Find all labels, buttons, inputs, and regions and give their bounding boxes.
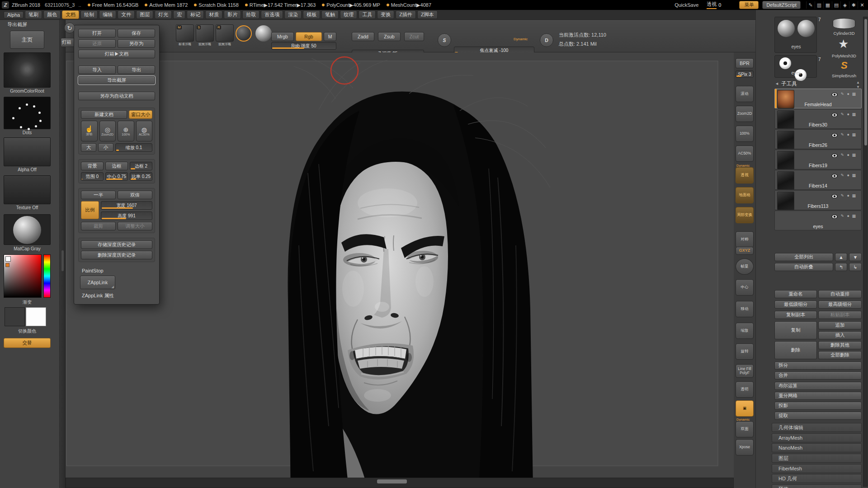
active-mode-icon[interactable]: ▣: [736, 400, 754, 417]
move-down-button[interactable]: ▼: [849, 253, 862, 261]
rename-button[interactable]: 重命名: [774, 290, 817, 298]
material-thumbnail[interactable]: [4, 214, 51, 245]
save-as-startup-button[interactable]: 另存为自动文档: [78, 92, 155, 100]
viewport[interactable]: [66, 52, 734, 488]
xpose-icon[interactable]: Xpose: [736, 439, 754, 455]
section-geometry[interactable]: 几何体编辑: [772, 423, 862, 432]
center-slider[interactable]: 中心 0.75: [105, 172, 128, 181]
menubar-item-zplugin[interactable]: Z插件: [396, 10, 416, 19]
menubar-item-marker[interactable]: 标记: [187, 10, 204, 19]
stroke-thumbnail[interactable]: [4, 97, 51, 129]
subtool-row-fibers19[interactable]: ✎ ● ▦ Fibers19: [774, 150, 862, 169]
lightbox-document-button[interactable]: 灯箱▶文档: [78, 50, 155, 58]
canvas-hscrollbar[interactable]: [66, 478, 734, 488]
delete-button[interactable]: 删除: [774, 341, 817, 359]
menubar-item-transform[interactable]: 变换: [377, 10, 394, 19]
sphere-icon[interactable]: ●: [847, 112, 849, 117]
eye-icon[interactable]: [831, 194, 838, 198]
crop-button[interactable]: 裁剪: [81, 222, 116, 230]
menubar-item-tool[interactable]: 工具: [359, 10, 376, 19]
delete-depth-button[interactable]: 删除深度历史记录: [81, 251, 152, 259]
fold-down-button[interactable]: ↳: [849, 263, 862, 271]
sphere-icon[interactable]: ●: [847, 193, 849, 198]
border-button[interactable]: 边框: [105, 162, 128, 170]
export-button[interactable]: 导出: [118, 66, 155, 74]
menubar-item-draw[interactable]: 绘制: [80, 10, 98, 19]
zoom2d-icon[interactable]: Zoom2D: [736, 106, 754, 122]
copy-subtool-button[interactable]: 复制副本: [774, 311, 817, 319]
collapse-chevron-icon[interactable]: ◄: [775, 81, 779, 86]
sliders-icon[interactable]: ▥: [815, 1, 823, 9]
subtool-row-eyes[interactable]: ✎ ● ▦ eyes: [774, 211, 862, 230]
local-transform-icon[interactable]: 局部变换: [736, 207, 754, 223]
current-color-swatch[interactable]: [5, 256, 11, 262]
home-button[interactable]: 主页: [10, 31, 44, 49]
subtool-scroll-up-icon[interactable]: ▲: [856, 80, 860, 84]
current-material-icon[interactable]: [236, 25, 252, 42]
quicksave-button[interactable]: QuickSave: [675, 2, 698, 8]
simplebrush-icon[interactable]: S: [841, 60, 848, 71]
frame-icon[interactable]: ▦: [852, 173, 856, 178]
insert-button[interactable]: 插入: [818, 331, 862, 339]
save-as-button[interactable]: 另存为: [118, 39, 155, 48]
menubar-item-stroke[interactable]: 笔触: [321, 10, 339, 19]
persp-slider[interactable]: 透视: [707, 1, 717, 9]
alternate-button[interactable]: 交替: [4, 338, 51, 348]
zsub-button[interactable]: Zsub: [378, 32, 401, 41]
new-document-button[interactable]: 新建文档: [81, 110, 127, 119]
tool-quickpick-box-2[interactable]: eyes: [774, 55, 817, 78]
open-button[interactable]: 打开: [78, 29, 116, 38]
window-size-button[interactable]: 窗口大小: [129, 110, 152, 119]
split-button[interactable]: 拆分: [774, 361, 862, 370]
frame-icon[interactable]: ▦: [852, 193, 856, 198]
menubar-item-render[interactable]: 渲染: [284, 10, 302, 19]
menubar-item-material[interactable]: 材质: [205, 10, 222, 19]
project-button[interactable]: 投影: [774, 402, 862, 410]
subtool-row-fibers14[interactable]: ✎ ● ▦ Fibers14: [774, 170, 862, 190]
sphere-icon[interactable]: ●: [847, 173, 849, 178]
rotate-icon[interactable]: 旋转: [736, 343, 754, 360]
scroll-nav-icon[interactable]: ☝滚动: [81, 121, 98, 141]
menubar-item-stencil[interactable]: 模板: [303, 10, 320, 19]
rate-slider[interactable]: 比率 0.25: [130, 172, 152, 181]
height-slider[interactable]: 高度 991: [101, 211, 152, 220]
list-all-button[interactable]: 全部列出: [774, 253, 833, 261]
menubar-item-edit[interactable]: 编辑: [99, 10, 116, 19]
menubar-item-alpha[interactable]: Alpha: [4, 11, 24, 19]
menubar-item-file[interactable]: 文件: [118, 10, 135, 19]
cylinder3d-icon[interactable]: [833, 18, 855, 29]
paste-subtool-button[interactable]: 粘贴副本: [818, 311, 862, 319]
section-preview[interactable]: 预览: [772, 484, 862, 488]
sphere-icon[interactable]: ●: [847, 214, 849, 218]
subtool-header[interactable]: 子工具: [781, 80, 797, 87]
canvas-hscrollbar-handle[interactable]: [377, 479, 407, 483]
refresh-icon[interactable]: ↻: [64, 23, 75, 33]
section-fibermesh[interactable]: FiberMesh: [772, 464, 862, 473]
boolean-button[interactable]: 布尔运算: [774, 382, 862, 390]
section-arraymesh[interactable]: ArrayMesh: [772, 433, 862, 442]
delete-all-button[interactable]: 全部删除: [818, 351, 862, 359]
paint-icon[interactable]: ✎: [840, 153, 844, 157]
scale-icon[interactable]: 缩放: [736, 323, 754, 339]
divider-handle[interactable]: [61, 250, 64, 271]
menubar-item-brush[interactable]: 笔刷: [25, 10, 42, 19]
tool-sphere-thumb[interactable]: [778, 20, 795, 37]
remesh-button[interactable]: 重分网格: [774, 392, 862, 400]
m-button[interactable]: M: [324, 32, 336, 41]
sphere-icon[interactable]: ●: [847, 153, 849, 157]
resize-button[interactable]: 调整大小: [118, 222, 152, 230]
scroll-icon[interactable]: 滚动: [736, 86, 754, 102]
zapplink-button[interactable]: ZAppLink ◢: [80, 276, 115, 289]
delete-other-button[interactable]: 删除其他: [818, 341, 862, 349]
paint-icon[interactable]: ✎: [840, 112, 844, 117]
menubar-item-macro[interactable]: 宏: [173, 10, 185, 19]
rgb-button[interactable]: Rgb: [296, 32, 322, 41]
paint-icon[interactable]: ✎: [840, 173, 844, 178]
auto-collapse-button[interactable]: 自动折叠: [774, 263, 833, 271]
auto-reorder-button[interactable]: 自动重排: [818, 290, 862, 298]
gear-icon[interactable]: ✱: [849, 1, 858, 9]
aa-half-nav-icon[interactable]: ◍AC50%: [136, 121, 153, 141]
transparent-icon[interactable]: 透明: [736, 381, 754, 398]
perspective-icon[interactable]: 透视: [736, 167, 754, 183]
panel-scrollbar[interactable]: [863, 17, 868, 487]
